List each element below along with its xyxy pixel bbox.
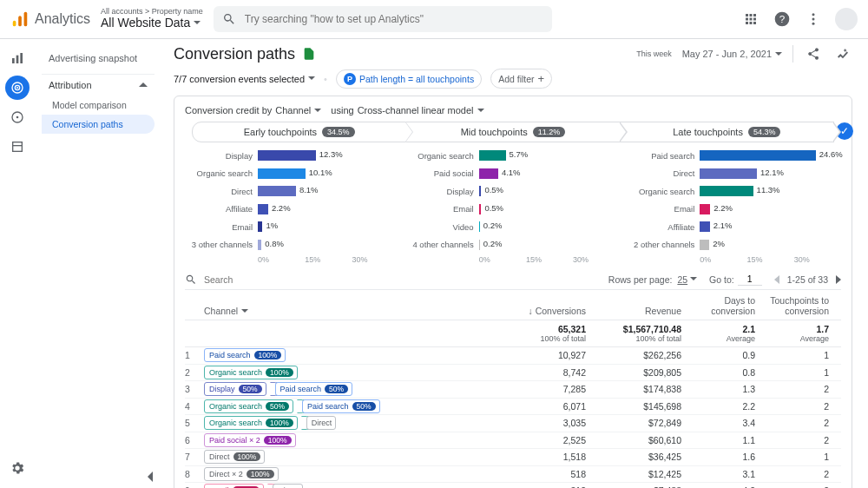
avatar[interactable] xyxy=(835,8,858,30)
sidebar-advertising[interactable]: Advertising snapshot xyxy=(42,48,155,69)
logo[interactable]: Analytics xyxy=(10,10,90,29)
bar-value: 11.3% xyxy=(753,185,780,195)
rail-explore-icon[interactable] xyxy=(5,105,30,129)
bar-value: 5.7% xyxy=(506,149,529,159)
bar-value: 2.1% xyxy=(710,221,733,230)
property-selector[interactable]: All accounts > Property name All Website… xyxy=(101,8,203,30)
bar xyxy=(700,240,709,250)
bar xyxy=(258,168,306,179)
settings-icon[interactable] xyxy=(5,456,30,480)
table-row[interactable]: 6Paid social × 2100%2,525$60,6101.12 xyxy=(185,432,841,450)
search-bar[interactable] xyxy=(214,6,552,32)
table-row[interactable]: 7Direct100%1,518$36,4251.61 xyxy=(185,449,841,466)
bar-label: Paid social xyxy=(406,168,479,178)
search-icon xyxy=(222,12,236,26)
search-input[interactable] xyxy=(243,12,543,26)
col-channel[interactable]: Channel xyxy=(204,306,499,316)
share-icon[interactable] xyxy=(804,44,823,63)
credit-selector[interactable]: Conversion credit by Channel using Cross… xyxy=(185,105,841,115)
col-days[interactable]: Days to conversion xyxy=(681,295,755,316)
rail-target-icon[interactable] xyxy=(5,76,30,100)
path-chip: Organic search100% xyxy=(204,366,298,379)
col-conversions[interactable]: ↓ Conversions xyxy=(499,306,586,316)
bar-value: 0.8% xyxy=(261,239,284,248)
svg-rect-16 xyxy=(13,142,23,152)
bar xyxy=(258,204,268,214)
bar-label: Email xyxy=(627,204,700,214)
bar-label: Video xyxy=(406,222,479,232)
sidebar-item-model[interactable]: Model comparison xyxy=(42,96,155,115)
chevron-down-icon xyxy=(477,109,484,113)
svg-text:?: ? xyxy=(779,13,786,24)
svg-rect-2 xyxy=(24,12,28,27)
col-revenue[interactable]: Revenue xyxy=(586,306,681,316)
bar-value: 1% xyxy=(262,221,278,230)
rows-per-page[interactable]: 25 xyxy=(677,274,697,285)
path-chip: Organic search50% xyxy=(204,399,293,413)
tab-early[interactable]: Early touchpoints34.5% xyxy=(192,122,406,142)
goto-input[interactable] xyxy=(738,273,762,286)
sidebar-attribution[interactable]: Attribution xyxy=(42,74,155,96)
bar xyxy=(258,186,296,196)
events-selector[interactable]: 7/7 conversion events selected xyxy=(174,74,315,84)
col-touchpoints[interactable]: Touchpoints to conversion xyxy=(755,295,829,316)
bar-label: Email xyxy=(185,222,258,232)
more-icon[interactable] xyxy=(804,10,823,29)
table-row[interactable]: 3Display50%Paid search50%7,285$174,8381.… xyxy=(185,381,841,399)
path-chip: Paid search100% xyxy=(204,348,286,362)
svg-point-15 xyxy=(16,116,19,119)
table-row[interactable]: 8Direct × 2100%518$12,4253.12 xyxy=(185,466,841,484)
table-row[interactable]: 9Email100%Direct312$7,4884.22 xyxy=(185,483,841,488)
sidebar-item-paths[interactable]: Conversion paths xyxy=(42,115,155,134)
bar-value: 0.2% xyxy=(480,221,503,230)
daterange-label: This week xyxy=(636,49,672,58)
bar-value: 2.2% xyxy=(710,203,733,213)
rail-home-icon[interactable] xyxy=(5,46,30,70)
table: Rows per page:25 Go to: 1-25 of 33 Chann… xyxy=(185,269,841,488)
export-icon[interactable] xyxy=(302,47,316,61)
path-chip: Direct xyxy=(273,484,303,488)
bar-value: 10.1% xyxy=(306,168,332,177)
insights-icon[interactable] xyxy=(833,44,852,63)
table-row[interactable]: 2Organic search100%8,742$209,8050.81 xyxy=(185,365,841,382)
table-row[interactable]: 4Organic search50%Paid search50%6,071$14… xyxy=(185,399,841,416)
path-length-chip[interactable]: PPath length = all touchpoints xyxy=(336,69,482,89)
bar xyxy=(700,150,815,161)
chart-panel: Conversion credit by Channel using Cross… xyxy=(174,96,852,488)
chevron-down-icon xyxy=(194,21,201,25)
tab-late[interactable]: Late touchpoints54.3% xyxy=(621,122,834,142)
table-row[interactable]: 1Paid search100%10,927$262,2560.91 xyxy=(185,347,841,365)
bar-value: 2% xyxy=(709,239,725,248)
touchpoint-tabs: Early touchpoints34.5% Mid touchpoints11… xyxy=(192,122,834,142)
collapse-icon[interactable] xyxy=(148,472,155,482)
main-content: Conversion paths This week May 27 - Jun … xyxy=(161,39,868,488)
table-search-input[interactable] xyxy=(202,274,319,286)
path-chip: Paid social × 2100% xyxy=(204,433,296,447)
bar-label: Email xyxy=(406,204,479,214)
bar xyxy=(479,168,498,179)
help-icon[interactable]: ? xyxy=(773,10,792,29)
svg-rect-9 xyxy=(16,56,19,63)
topbar: Analytics All accounts > Property name A… xyxy=(0,0,868,39)
table-row[interactable]: 5Organic search100%Direct3,035$72,8493.4… xyxy=(185,415,841,432)
bar-value: 24.6% xyxy=(816,149,843,159)
search-icon xyxy=(185,274,197,286)
svg-point-7 xyxy=(812,23,815,25)
nav-rail xyxy=(0,39,35,488)
daterange[interactable]: May 27 - Jun 2, 2021 xyxy=(682,49,782,59)
apps-icon[interactable] xyxy=(741,10,760,29)
bar-label: 3 other channels xyxy=(185,240,258,249)
tab-mid[interactable]: Mid touchpoints11.2% xyxy=(406,122,620,142)
prev-icon[interactable] xyxy=(774,275,780,284)
svg-point-13 xyxy=(16,87,18,89)
next-icon[interactable] xyxy=(835,275,841,284)
bar xyxy=(700,221,709,232)
analytics-logo-icon xyxy=(10,10,30,29)
chevron-down-icon xyxy=(775,52,782,56)
add-filter-button[interactable]: Add filter+ xyxy=(490,69,552,89)
chevron-up-icon xyxy=(139,82,148,88)
page-title: Conversion paths xyxy=(174,45,295,63)
path-chip: Email100% xyxy=(204,484,264,488)
bar xyxy=(258,150,316,161)
rail-library-icon[interactable] xyxy=(5,135,30,159)
